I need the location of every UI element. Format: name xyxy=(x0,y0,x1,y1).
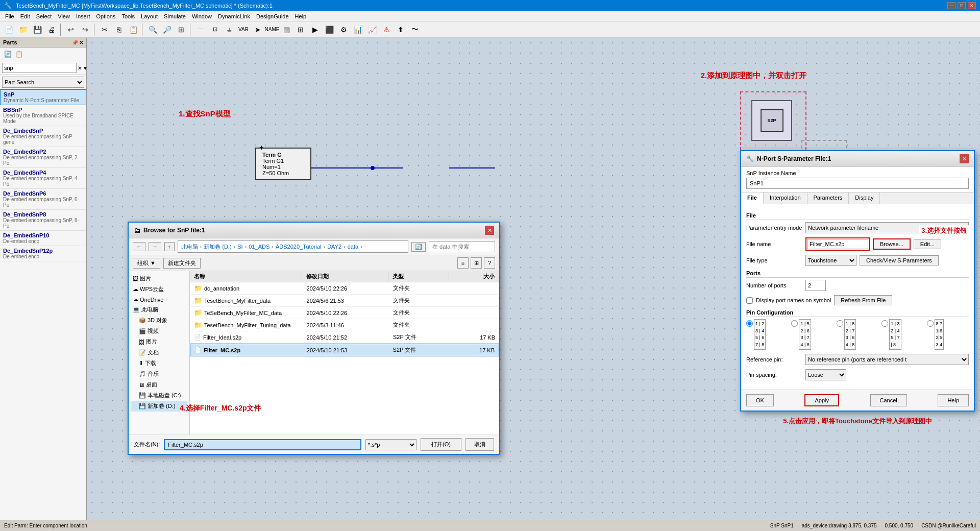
pin-radio-4[interactable] xyxy=(881,320,888,327)
path-day2[interactable]: DAY2 xyxy=(327,244,341,250)
warn-btn[interactable]: ⚠ xyxy=(380,23,393,36)
sig-btn[interactable]: 〜 xyxy=(408,23,422,36)
nport-instance-input[interactable] xyxy=(746,178,969,189)
menu-options[interactable]: Options xyxy=(93,12,118,20)
path-ads[interactable]: 01_ADS xyxy=(249,244,270,250)
refresh-path-btn[interactable]: 🔄 xyxy=(411,242,426,252)
filetype-select[interactable]: *.s*p xyxy=(365,439,416,450)
help-file-btn[interactable]: ? xyxy=(484,257,495,269)
cancel-btn-dialog[interactable]: 取消 xyxy=(465,438,494,451)
port-btn[interactable]: VAR xyxy=(237,23,250,36)
part-item-deembedsnp12p[interactable]: De_EmbedSnP12p De-embed enco xyxy=(0,246,86,261)
part-item-deembedsnp2[interactable]: De_EmbedSnP2 De-embed encompassing SnP, … xyxy=(0,147,86,168)
zoom-out-btn[interactable]: 🔎 xyxy=(160,23,174,36)
menu-window[interactable]: Window xyxy=(189,12,215,20)
nport-help-btn[interactable]: Help xyxy=(938,394,969,406)
pin-radio-5[interactable] xyxy=(927,320,934,327)
file-row-dc[interactable]: 📁dc_annotation 2024/5/10 22:26 文件夹 xyxy=(190,282,499,295)
arr-btn[interactable]: ⊞ xyxy=(294,23,307,36)
parts-clear-btn[interactable]: ✕ xyxy=(78,64,82,72)
wire-btn[interactable]: ⋯ xyxy=(194,23,207,36)
nport-browse-btn[interactable]: Browse... xyxy=(873,238,911,250)
file-row-mcdata[interactable]: 📁TeSeBench_MyFilter_MC_data 2024/5/10 22… xyxy=(190,307,499,319)
part-item-deembedsnp6[interactable]: De_EmbedSnP6 De-embed encompassing SnP, … xyxy=(0,189,86,210)
menu-view[interactable]: View xyxy=(55,12,73,20)
tree-music[interactable]: 🎵音乐 xyxy=(131,369,187,379)
copy-btn[interactable]: ⎘ xyxy=(112,23,126,36)
minimize-button[interactable]: — xyxy=(947,2,955,9)
nport-cancel-btn[interactable]: Cancel xyxy=(870,394,907,406)
part-item-deembedsnp[interactable]: De_EmbedSnP De-embed encompassing SnP ge… xyxy=(0,126,86,147)
parts-search-input[interactable] xyxy=(2,63,77,73)
path-computer[interactable]: 此电脑 xyxy=(181,243,198,251)
col-type[interactable]: 类型 xyxy=(388,271,449,282)
part-item-deembedsnp4[interactable]: De_EmbedSnP4 De-embed encompassing SnP, … xyxy=(0,168,86,189)
panel-close-btn[interactable]: ✕ xyxy=(79,40,83,45)
open-btn[interactable]: 📁 xyxy=(16,23,30,36)
part-item-snp[interactable]: SnP Dynamic N-Port S-parameter File xyxy=(0,89,86,105)
name-btn[interactable]: NAME xyxy=(265,23,279,36)
tree-d-drive[interactable]: 💾新加卷 (D:) xyxy=(131,401,187,412)
menu-select[interactable]: Select xyxy=(33,12,55,20)
nport-tab-params[interactable]: Parameters xyxy=(807,192,849,204)
part-item-deembedsnp10[interactable]: De_EmbedSnP10 De-embed enco xyxy=(0,231,86,246)
nport-tab-file[interactable]: File xyxy=(741,192,764,204)
menu-dynamiclink[interactable]: DynamicLink xyxy=(215,12,253,20)
nport-filename-input[interactable] xyxy=(807,239,868,249)
zoom-in-btn[interactable]: 🔍 xyxy=(146,23,159,36)
tree-docs[interactable]: 📝文档 xyxy=(131,347,187,358)
file-dialog-close-btn[interactable]: ✕ xyxy=(485,226,494,235)
stop-btn[interactable]: ⬛ xyxy=(323,23,336,36)
pin-radio-3[interactable] xyxy=(837,320,843,327)
print-btn[interactable]: 🖨 xyxy=(45,23,58,36)
part-item-bbsnp[interactable]: BBSnP Used by the Broadband SPICE Mode xyxy=(0,105,86,126)
sim-btn[interactable]: ▶ xyxy=(308,23,322,36)
tree-dl[interactable]: ⬇下载 xyxy=(131,358,187,369)
menu-edit[interactable]: Edit xyxy=(17,12,33,20)
pin-radio-2[interactable] xyxy=(791,320,798,327)
part-item-deembedsnp8[interactable]: De_EmbedSnP8 De-embed encompassing SnP, … xyxy=(0,210,86,231)
up-btn[interactable]: ⬆ xyxy=(394,23,407,36)
path-data[interactable]: data xyxy=(348,244,358,250)
pin-radio-1[interactable] xyxy=(746,320,753,327)
menu-simulate[interactable]: Simulate xyxy=(161,12,189,20)
tree-onedrive[interactable]: ☁OneDrive xyxy=(131,295,187,304)
path-drive[interactable]: 新加卷 (D:) xyxy=(204,243,231,251)
col-date[interactable]: 修改日期 xyxy=(302,271,388,282)
new-folder-btn[interactable]: 新建文件夹 xyxy=(163,258,201,269)
org-btn[interactable]: 组织 ▼ xyxy=(133,258,160,269)
redo-btn[interactable]: ↪ xyxy=(79,23,92,36)
nport-filetype-select[interactable]: Touchstone xyxy=(805,255,856,266)
file-row-tuning[interactable]: 📁TesetBench_MyFilter_Tuning_data 2024/5/… xyxy=(190,319,499,331)
nav-back-btn[interactable]: ← xyxy=(133,242,145,251)
nport-ok-btn[interactable]: OK xyxy=(746,394,774,406)
menu-layout[interactable]: Layout xyxy=(138,12,161,20)
tune-btn[interactable]: ⚙ xyxy=(337,23,350,36)
tree-img[interactable]: 🖼图片 xyxy=(131,336,187,347)
dsp-btn[interactable]: 📈 xyxy=(365,23,379,36)
file-row-myfilter[interactable]: 📁TesetBench_MyFilter_data 2024/5/6 21:53… xyxy=(190,295,499,307)
parts-icon-refresh[interactable]: 🔄 xyxy=(3,50,12,59)
file-row-ideal[interactable]: 📄Filter_Ideal.s2p 2024/5/10 21:52 S2P 文件… xyxy=(190,331,499,344)
tree-pictures[interactable]: 🖼图片 xyxy=(131,273,187,284)
open-btn-dialog[interactable]: 打开(O) xyxy=(421,438,461,451)
tree-3d[interactable]: 📦3D 对象 xyxy=(131,315,187,326)
nport-edit-btn[interactable]: Edit... xyxy=(914,239,941,249)
maximize-button[interactable]: □ xyxy=(958,2,966,9)
nport-numports-input[interactable] xyxy=(805,280,826,291)
nport-pinspacing-select[interactable]: Loose xyxy=(805,369,846,380)
nport-tab-display[interactable]: Display xyxy=(849,192,880,204)
nport-tab-interp[interactable]: Interpolation xyxy=(764,192,807,204)
comp-btn[interactable]: ⊡ xyxy=(208,23,222,36)
menu-tools[interactable]: Tools xyxy=(118,12,138,20)
nport-checkview-btn[interactable]: Check/View S-Parameters xyxy=(860,255,939,266)
col-size[interactable]: 大小 xyxy=(449,271,499,282)
filename-input[interactable] xyxy=(164,439,361,450)
col-name[interactable]: 名称 xyxy=(190,271,302,282)
bus-btn[interactable]: ▦ xyxy=(280,23,293,36)
nport-close-btn[interactable]: ✕ xyxy=(960,154,969,163)
gnd-btn[interactable]: ⏚ xyxy=(223,23,236,36)
parts-icon-list[interactable]: 📋 xyxy=(14,50,23,59)
file-search-input[interactable] xyxy=(429,241,495,252)
panel-pin-btn[interactable]: 📌 xyxy=(72,40,78,45)
